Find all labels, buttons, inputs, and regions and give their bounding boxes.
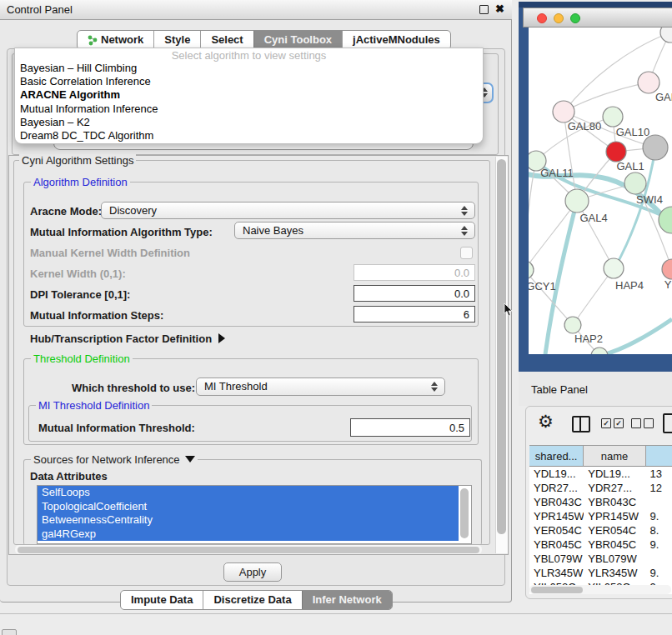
column-header[interactable]: shared... [529,445,584,467]
tab-jactivemnodules[interactable]: jActiveMNodules [342,31,450,49]
sources-hscrollbar-thumb[interactable] [18,547,479,553]
table-row[interactable]: YBR045CYBR045C9. [529,538,672,552]
aracne-mode-select[interactable]: Discovery [101,202,475,219]
tab-select[interactable]: Select [200,31,253,49]
zoom-traffic-light[interactable] [570,13,580,23]
which-threshold-select[interactable]: MI Threshold [196,378,445,396]
table-cell[interactable]: YBL079W [584,552,645,566]
algorithm-definition-legend: Algorithm Definition [31,176,130,188]
network-node[interactable] [606,142,626,162]
table-cell[interactable]: 9. [646,509,672,523]
tab-network[interactable]: Network [78,31,153,49]
table-cell[interactable]: YDL19... [584,467,645,481]
gear-icon[interactable]: ⚙ [538,412,554,432]
network-window-titlebar[interactable] [523,8,672,28]
algorithm-option[interactable]: Dream8 DC_TDC Algorithm [15,129,483,142]
minimize-traffic-light[interactable] [554,13,564,23]
data-attribute-item[interactable]: BetweennessCentrality [38,513,459,528]
table-cell[interactable]: YER054C [529,523,584,538]
table-cell[interactable]: 12 [646,481,672,495]
table-cell[interactable]: YDL19... [529,467,584,481]
table-row[interactable]: YPR145WYPR145W9. [529,509,672,523]
table-row[interactable]: YER054CYER054C8. [529,523,672,538]
hub-definition-toggle[interactable]: Hub/Transcription Factor Definition [30,332,225,345]
network-node[interactable] [564,317,581,333]
columns-icon[interactable] [572,416,590,432]
unchecked-box-icon-2[interactable] [644,418,654,428]
table-cell[interactable]: YDR27... [584,481,645,495]
sources-legend[interactable]: Sources for Network Inference [31,453,198,466]
table-cell[interactable]: YER054C [584,523,645,538]
table-cell[interactable]: YBR045C [529,538,584,552]
table-cell[interactable] [646,495,672,509]
mi-algorithm-type-select[interactable]: Naive Bayes [234,222,475,239]
network-node[interactable] [660,28,672,42]
table-cell[interactable]: 13 [646,467,672,481]
list-scrollbar-thumb[interactable] [460,488,469,538]
table-cell[interactable]: YBL079W [529,552,584,566]
tab-style[interactable]: Style [153,31,200,49]
checked-box-icon-2[interactable]: ✓ [614,418,624,428]
data-attribute-item[interactable]: SelfLoops [38,486,459,500]
close-traffic-light[interactable] [537,13,547,23]
table-cell[interactable]: 9. [646,538,672,552]
checked-box-icon-1[interactable]: ✓ [601,418,611,428]
table-row[interactable]: YLR345WYLR345W9. [529,566,672,580]
apply-button[interactable]: Apply [223,562,282,582]
control-panel-titlebar[interactable]: Control Panel ✖ [0,0,512,20]
node-table: shared...name YDL19...YDL19...13YDR27...… [529,445,672,594]
table-row[interactable]: YBR043CYBR043C [529,495,672,509]
network-canvas[interactable]: GALGAL80GAL10GAL1GAL11SWI4GAL4GCY1HAP4YH… [529,28,672,354]
table-row[interactable]: YBL079WYBL079W [529,552,672,566]
mi-threshold-field[interactable]: 0.5 [350,418,470,437]
table-row[interactable]: YDR27...YDR27...12 [529,481,672,495]
kernel-width-field: 0.0 [354,264,475,281]
algorithm-option[interactable]: Bayesian – Hill Climbing [15,62,483,75]
bottom-left-button-fragment[interactable] [2,629,17,635]
table-hscrollbar[interactable] [529,585,671,594]
network-node[interactable] [662,259,672,279]
table-cell[interactable]: YDR27... [529,481,584,495]
table-cell[interactable]: 8. [646,523,672,538]
network-node[interactable] [604,258,624,278]
app-root: Control Panel ✖ Network Style Select Cyn… [0,0,672,635]
table-cell[interactable]: YLR345W [529,566,584,580]
table-cell[interactable] [646,552,672,566]
mi-steps-field[interactable]: 6 [354,306,475,322]
unchecked-box-icon-1[interactable] [631,418,641,428]
tab-cyni-toolbox[interactable]: Cyni Toolbox [253,31,342,49]
tab-impute-data[interactable]: Impute Data [121,591,203,609]
close-panel-icon[interactable]: ✖ [495,2,504,15]
dpi-tolerance-field[interactable]: 0.0 [354,285,475,302]
column-header[interactable]: name [584,445,645,467]
table-cell[interactable]: YBR043C [529,495,584,509]
network-node[interactable] [624,172,646,194]
page-icon[interactable] [663,413,672,433]
table-cell[interactable]: YBR043C [584,495,645,509]
table-cell[interactable]: YBR045C [584,538,645,552]
node-label: GAL [655,91,672,103]
table-cell[interactable]: YPR145W [529,509,584,523]
node-label: GAL80 [568,120,601,132]
data-attribute-item[interactable]: gal4RGexp [38,528,459,542]
float-panel-icon[interactable] [479,5,489,14]
network-node[interactable] [643,135,668,160]
algorithm-option[interactable]: ARACNE Algorithm [15,88,483,102]
expanded-arrow-icon [185,456,195,462]
algorithm-option[interactable]: Basic Correlation Inference [15,75,483,88]
network-node[interactable] [603,107,623,127]
network-node[interactable] [565,189,589,212]
table-row[interactable]: YDL19...YDL19...13 [529,467,672,481]
table-cell[interactable]: YPR145W [584,509,645,523]
data-attribute-item[interactable]: TopologicalCoefficient [38,500,459,514]
column-header[interactable] [646,445,672,467]
manual-kernel-width-checkbox[interactable] [460,247,473,259]
settings-scrollbar-thumb[interactable] [497,159,506,534]
table-cell[interactable]: YLR345W [584,566,645,580]
tab-discretize-data[interactable]: Discretize Data [203,591,301,609]
network-node[interactable] [529,261,534,279]
table-cell[interactable]: 9. [646,566,672,580]
algorithm-option[interactable]: Bayesian – K2 [15,116,483,129]
tab-infer-network[interactable]: Infer Network [302,591,392,609]
algorithm-option[interactable]: Mutual Information Inference [15,102,483,116]
